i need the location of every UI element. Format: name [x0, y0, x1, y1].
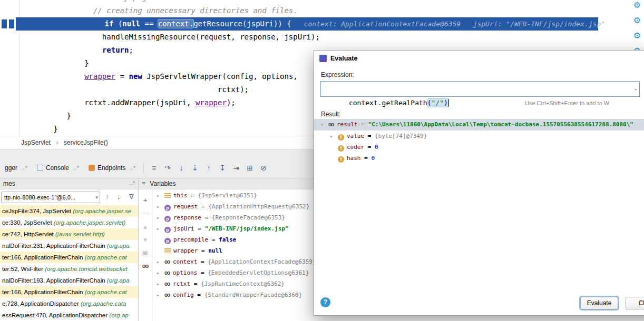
tab-endpoints[interactable]: Endpoints→* — [84, 158, 140, 178]
move-down-icon[interactable]: ▾ — [139, 233, 152, 246]
code-token — [0, 72, 84, 81]
evaluate-dialog: Evaluate Expression: context.getRealPath… — [314, 50, 644, 316]
add-watch-icon[interactable]: + — [139, 194, 152, 207]
expand-chevron-icon[interactable]: ▸ — [157, 212, 164, 223]
param-icon: p — [164, 216, 171, 222]
field-icon: f — [338, 134, 344, 141]
frames-header-pin-icon[interactable]: →* — [128, 178, 135, 189]
expand-chevron-icon[interactable]: ▸ — [157, 278, 164, 289]
expand-chevron-icon[interactable]: ▸ — [157, 201, 164, 212]
code-line[interactable]: y page — [0, 0, 644, 4]
stack-frame-row[interactable]: nalDoFilter:231, ApplicationFilterChain … — [0, 240, 138, 252]
frame-up-icon[interactable]: ↑ — [105, 193, 109, 200]
thread-selector[interactable]: ttp-nio-8080-exec-1"@6,0... ▾ — [1, 192, 100, 203]
help-icon[interactable]: ? — [320, 297, 330, 307]
frame-package: (org.apache.jasper.se — [73, 208, 131, 214]
code-token: == — [140, 19, 158, 28]
equals-sign: = — [208, 236, 219, 243]
frame-package: (org.apache.cat — [85, 289, 127, 295]
evaluate-expression-icon[interactable]: ⇥ — [229, 164, 243, 172]
equals-sign: = — [194, 225, 205, 232]
variable-value: {byte[74]@7349} — [375, 133, 427, 139]
stack-frame-row[interactable]: e:728, ApplicationDispatcher (org.apache… — [0, 298, 138, 309]
endpoints-icon — [89, 165, 95, 171]
run-to-cursor-icon[interactable]: ↧ — [216, 164, 229, 172]
variable-name: wrapper — [173, 247, 198, 254]
stack-frame-row[interactable]: ceJspFile:374, JspServlet (org.apache.ja… — [0, 205, 138, 217]
stack-frame-row[interactable]: nalDoFilter:193, ApplicationFilterChain … — [0, 275, 138, 286]
variable-row[interactable]: fhash = 0 — [314, 153, 644, 164]
stack-frame-row[interactable]: ce:330, JspServlet (org.apache.jasper.se… — [0, 217, 138, 228]
code-line[interactable]: handleMissingResource(request, response,… — [0, 31, 644, 44]
watch-icon: oo — [164, 256, 173, 267]
expand-chevron-icon[interactable]: ▸ — [157, 289, 164, 300]
frame-package: (org.apache.jasper.servlet) — [54, 219, 125, 226]
step-out-icon[interactable]: ↑ — [202, 164, 216, 172]
move-up-icon[interactable]: ▴ — [139, 220, 152, 233]
ide-window: y page // creating unnecessary directori… — [0, 0, 644, 321]
breadcrumb-method[interactable]: serviceJspFile() — [64, 139, 108, 146]
mute-breakpoints-icon[interactable]: ⊘ — [257, 164, 270, 172]
breadcrumb-class[interactable]: JspServlet — [21, 139, 51, 146]
frames-header-label: mes — [3, 180, 15, 187]
stack-frame-row[interactable]: ce:742, HttpServlet (javax.servlet.http) — [0, 228, 138, 240]
view-breakpoints-icon[interactable]: ⊞ — [243, 164, 257, 172]
dialog-titlebar[interactable]: Evaluate — [314, 51, 644, 66]
value-icon — [164, 248, 171, 253]
chevron-right-icon: › — [56, 139, 58, 146]
collapse-chevron-icon[interactable]: ▾ — [320, 119, 328, 131]
stack-frame-row[interactable]: ter:166, ApplicationFilterChain (org.apa… — [0, 252, 138, 263]
remove-watch-icon[interactable]: — — [139, 207, 152, 220]
expression-input[interactable]: context.getRealPath("/") ▾ — [320, 81, 640, 97]
show-watches-icon[interactable]: oo — [139, 259, 152, 273]
equals-sign: = — [198, 203, 208, 210]
expand-chevron-icon[interactable]: ▸ — [330, 131, 338, 142]
expand-chevron-icon[interactable]: ▸ — [157, 223, 164, 234]
variable-value: 0 — [371, 155, 375, 162]
variable-name: rctxt — [173, 280, 190, 287]
step-over-icon[interactable]: ↷ — [161, 164, 174, 172]
code-token: return — [102, 46, 129, 54]
menu-icon[interactable]: ≡ — [147, 164, 161, 172]
code-token: = — [115, 72, 129, 81]
duplicate-icon[interactable]: ▣ — [139, 246, 152, 259]
filter-icon[interactable]: ∇ — [129, 193, 134, 200]
variable-row[interactable]: fcoder = 0 — [314, 142, 644, 153]
gear-icon[interactable]: ⚙ — [633, 32, 641, 40]
execution-line[interactable]: if (null == context.getResource(jspUri))… — [16, 17, 598, 31]
hamburger-icon[interactable]: ≡ — [142, 180, 145, 187]
stack-frame-row[interactable]: essRequest:470, ApplicationDispatcher (o… — [0, 309, 138, 321]
code-token: ); — [227, 98, 236, 107]
tab-console[interactable]: Console→* — [32, 158, 84, 178]
tab-label: Console — [46, 164, 69, 172]
expression-label: Expression: — [321, 71, 354, 78]
param-icon: p — [164, 238, 171, 244]
code-line[interactable]: // creating unnecessary directories and … — [0, 4, 644, 17]
frames-panel-header: mes →* — [0, 178, 138, 189]
variable-row[interactable]: ▸fvalue = {byte[74]@7349} — [314, 131, 644, 142]
code-token: context. — [158, 19, 193, 28]
force-step-into-icon[interactable]: ⇣ — [188, 164, 202, 172]
stack-frame-row[interactable]: ter:52, WsFilter (org.apache.tomcat.webs… — [0, 263, 138, 275]
expand-chevron-icon[interactable]: ▸ — [157, 190, 164, 201]
variable-value: {ApplicationHttpRequest@6352} — [208, 203, 309, 210]
debug-tabs: gger→*Console→*Endpoints→* — [0, 158, 140, 178]
result-row[interactable]: ▾ooresult = "C:\Users\11860\AppData\Loca… — [314, 119, 644, 131]
close-button[interactable]: Close — [626, 297, 644, 309]
step-into-icon[interactable]: ↓ — [174, 164, 188, 172]
tab-gger[interactable]: gger→* — [0, 158, 32, 178]
equals-sign: = — [198, 247, 208, 254]
expand-chevron-icon[interactable]: ▸ — [157, 256, 164, 267]
code-token: } — [0, 59, 89, 67]
history-dropdown-icon[interactable]: ▾ — [635, 83, 637, 97]
console-icon — [37, 165, 43, 171]
frame-down-icon[interactable]: ↓ — [117, 193, 121, 200]
stack-frame-row[interactable]: ter:166, ApplicationFilterChain (org.apa… — [0, 286, 138, 298]
variable-name: value — [347, 133, 364, 139]
evaluate-button[interactable]: Evaluate — [580, 297, 618, 309]
gear-icon[interactable]: ⚙ — [633, 16, 641, 25]
gear-icon[interactable]: ⚙ — [633, 1, 641, 9]
variable-name: request — [173, 203, 198, 210]
variable-value: "/WEB-INF/jsp/index.jsp" — [205, 225, 289, 232]
expand-chevron-icon[interactable]: ▸ — [157, 267, 164, 278]
